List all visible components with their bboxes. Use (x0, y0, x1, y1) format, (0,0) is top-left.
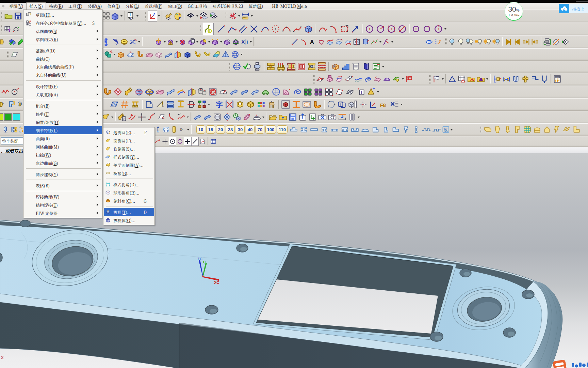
toolbar-icon-folderopen[interactable] (268, 111, 278, 123)
toolbar-icon-ramp[interactable] (154, 98, 165, 110)
toolbar-icon-zred[interactable] (176, 111, 186, 123)
dropdown-arrow-icon[interactable] (450, 123, 453, 136)
toolbar-icon-pcube-copy[interactable] (187, 37, 196, 47)
toolbar-icon-ys-5[interactable] (522, 125, 532, 134)
toolbar-icon-dslash[interactable] (552, 37, 560, 47)
toolbar-icon-folderrings[interactable] (476, 74, 486, 85)
toolbar-icon-curveyb[interactable] (176, 86, 186, 98)
dropdown-arrow-icon[interactable] (401, 73, 404, 85)
toolbar-icon-ys-3[interactable] (503, 125, 512, 134)
toolbar-icon-brush[interactable] (266, 98, 277, 110)
toolbar-icon-bsurf-1[interactable] (229, 86, 239, 98)
toolbar-icon-cylpair[interactable] (197, 86, 208, 98)
toolbar-icon-rdsurf[interactable] (113, 86, 123, 98)
toolbar-icon-spring2[interactable] (111, 37, 120, 47)
toolbar-icon-tri[interactable] (447, 74, 457, 85)
toolbar-icon-wiresphere[interactable] (230, 49, 240, 60)
toolbar-icon-swirl[interactable] (363, 74, 373, 85)
toolbar-icon-ys-4[interactable] (512, 125, 522, 134)
toolbar-icon-jred[interactable] (166, 111, 176, 123)
menu-item-焊接助理[interactable]: 焊接助理(W) (24, 193, 102, 201)
toolbar-icon-ys-7[interactable] (542, 125, 552, 134)
toolbar-icon-arcpt[interactable] (259, 23, 270, 35)
toolbar-icon-pcube-half[interactable] (199, 37, 208, 47)
toolbar-icon-tablefunnel[interactable] (4, 23, 12, 35)
toolbar-icon-mold4[interactable] (296, 61, 307, 72)
menubar-item-2[interactable]: 插入(S) (26, 2, 46, 10)
toolbar-icon-brain[interactable] (232, 61, 242, 72)
toolbar-icon-meshball[interactable] (208, 86, 218, 98)
dropdown-arrow-icon[interactable] (208, 35, 211, 48)
toolbar-button-size-70[interactable]: 70 (256, 125, 264, 134)
toolbar-icon-dgreen[interactable] (560, 37, 569, 47)
menu-item-同步建模[interactable]: 同步建模(Y) (24, 170, 102, 178)
toolbar-icon-mold3[interactable] (286, 61, 296, 72)
toolbar-grip[interactable] (145, 11, 147, 20)
toolbar-icon-door[interactable] (361, 61, 371, 72)
toolbar-icon-planedot[interactable] (157, 111, 166, 123)
toolbar-icon-flow[interactable] (334, 74, 344, 85)
toolbar-icon-mold1[interactable] (266, 61, 276, 72)
toolbar-icon-arc2[interactable] (317, 23, 328, 35)
toolbar-icon-floppy[interactable] (13, 11, 23, 21)
toolbar-icon-plate-15[interactable] (431, 125, 442, 134)
toolbar-icon-plate-5[interactable] (329, 125, 340, 134)
dropdown-arrow-icon[interactable] (357, 111, 360, 123)
toolbar-icon-profile[interactable] (203, 23, 214, 35)
toolbar-icon-pyramid[interactable] (221, 49, 230, 60)
toolbar-icon-circ-line[interactable] (375, 23, 386, 35)
toolbar-icon-pcube-x[interactable] (178, 37, 187, 47)
toolbar-icon-dotplate[interactable] (162, 125, 170, 134)
toolbar-icon-crossx[interactable] (248, 23, 259, 35)
toolbar-icon-jcurve3[interactable] (202, 49, 211, 60)
toolbar-icon-shell[interactable] (154, 49, 164, 60)
toolbar-icon-letter-F8[interactable]: F8 (379, 98, 389, 110)
toolbar-icon-curvearr[interactable] (127, 111, 137, 123)
toolbar-icon-dplay-g2[interactable] (208, 11, 218, 21)
toolbar-icon-plate-14[interactable] (421, 125, 431, 134)
toolbar-icon-ballsq[interactable] (103, 49, 113, 60)
toolbar-icon-pointpath[interactable] (370, 37, 379, 47)
toolbar-icon-camera2[interactable] (327, 111, 337, 123)
toolbar-icon-bluecube[interactable] (183, 49, 192, 60)
menubar-item-9[interactable]: 窗口(O) (166, 2, 185, 10)
toolbar-icon-circube[interactable] (235, 98, 245, 110)
toolbar-icon-mold5[interactable] (307, 61, 317, 72)
toolbar-icon-circ-diag[interactable] (397, 23, 408, 35)
toolbar-icon-hat[interactable] (252, 111, 262, 123)
toolbar-grip[interactable] (1, 11, 3, 20)
toolbar-icon-printer[interactable] (252, 61, 262, 72)
toolbar-icon-ys-9[interactable] (562, 125, 572, 134)
toolbar-icon-calc[interactable] (553, 74, 562, 85)
toolbar-icon-splitb2[interactable] (186, 86, 197, 98)
toolbar-icon-ys-2[interactable] (493, 125, 503, 134)
menu-item-草图[interactable]: 草图(H)... (24, 11, 102, 19)
menubar-item-7[interactable]: 分析(L) (123, 2, 142, 10)
toolbar-icon-pinksurf[interactable] (373, 74, 382, 85)
toolbar-icon-ycube[interactable] (245, 98, 256, 110)
dropdown-arrow-icon[interactable] (379, 35, 382, 48)
toolbar-icon-stairs[interactable] (341, 61, 351, 72)
menu-item-组合[interactable]: 组合(B) (24, 102, 102, 110)
toolbar-icon-ys-10[interactable] (572, 125, 582, 134)
menu-item-基准/点[interactable]: 基准/点(D) (24, 46, 102, 55)
toolbar-icon-dplay-r[interactable] (199, 11, 208, 21)
toolbar-icon-checkl[interactable] (242, 61, 252, 72)
toolbar-icon-plane[interactable] (10, 49, 19, 60)
menu-item-曲面[interactable]: 曲面(R) (24, 134, 102, 142)
toolbar-grip[interactable] (428, 74, 431, 83)
toolbar-icon-pb-3[interactable] (522, 37, 530, 47)
toolbar-icon-bsurf-2[interactable] (239, 86, 250, 98)
toolbar-icon-cubescheck[interactable] (8, 37, 16, 47)
toolbar-icon-swatch-#c8e820[interactable] (0, 111, 4, 123)
toolbar-icon-bsurf-5[interactable] (202, 111, 212, 123)
toolbar-icon-pilly[interactable] (170, 125, 178, 134)
toolbar-icon-pinkbox[interactable] (325, 74, 334, 85)
toolbar-icon-rectdots[interactable] (339, 23, 350, 35)
toolbar-icon-swatch-#1faa1f[interactable] (4, 111, 12, 123)
menu-item-拔模[interactable]: 拔模(T)...D (104, 208, 154, 216)
toolbar-icon-dsurf[interactable] (222, 111, 232, 123)
toolbar-icon-plate-3[interactable] (309, 125, 319, 134)
toolbar-icon-rulerdim[interactable] (241, 11, 250, 21)
menu-item-面倒圆[interactable]: 面倒圆(F)... (104, 136, 154, 144)
